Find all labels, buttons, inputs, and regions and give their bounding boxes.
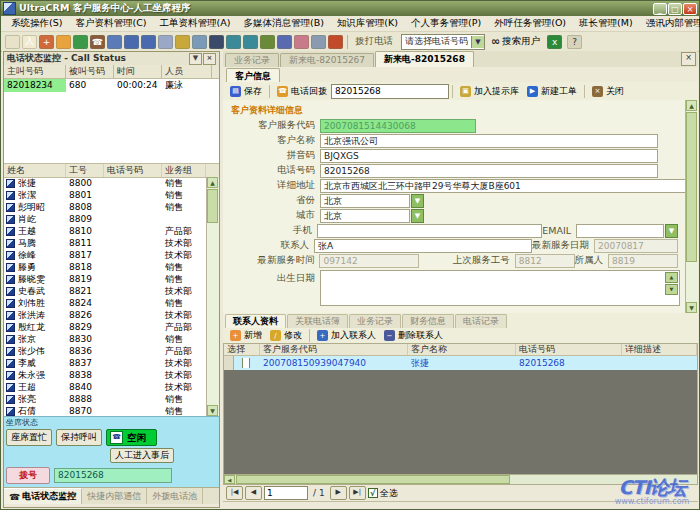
refresh-icon[interactable] (260, 35, 275, 49)
phone-dial-icon[interactable]: ☎ (90, 35, 105, 49)
close-button[interactable]: × (683, 3, 697, 15)
hscroll-thumb[interactable] (236, 475, 510, 484)
birthday-input[interactable]: ▲ ▼ (320, 270, 680, 306)
menu-item-2[interactable]: 工单资料管理(A) (154, 16, 237, 31)
staff-row[interactable]: 殷红龙8829产品部 (4, 321, 207, 333)
address-input[interactable]: 北京市西城区北三环中路甲29号华尊大厦B座601 (320, 179, 686, 193)
email-select[interactable] (576, 224, 664, 238)
detail-tab-1[interactable]: 关联电话簿 (287, 314, 348, 328)
panel-close-icon[interactable]: × (203, 53, 216, 65)
contacts-grid-row[interactable]: 200708150939047940 张捷 82015268 (223, 356, 698, 370)
edit-button[interactable]: / 修改 (266, 328, 306, 343)
email-dropdown-icon[interactable]: ▼ (665, 224, 678, 238)
left-tab-1[interactable]: 快捷内部通信 (82, 488, 147, 504)
detail-tab-3[interactable]: 财务信息 (402, 314, 454, 328)
staff-col-2[interactable]: 电话号码 (104, 164, 162, 177)
next-page-button[interactable]: ▶ (330, 486, 347, 500)
page-number-input[interactable] (264, 486, 308, 500)
mobile-input[interactable] (317, 224, 542, 238)
session-tab-1[interactable]: 新来电-82015267 (280, 53, 374, 67)
staff-col-3[interactable]: 业务组 (162, 164, 206, 177)
staff-row[interactable]: 李威8837技术部 (4, 357, 207, 369)
grid-col-1[interactable]: 客户服务代码 (260, 344, 408, 355)
call-col-3[interactable]: 人员 (162, 65, 212, 78)
select-all-checkbox[interactable]: √ (368, 488, 378, 498)
menu-item-4[interactable]: 知识库管理(K) (331, 16, 404, 31)
menu-item-7[interactable]: 班长管理(M) (573, 16, 639, 31)
spinner-up-icon[interactable]: ▲ (665, 272, 678, 283)
order-query-icon[interactable] (141, 35, 156, 49)
menu-item-5[interactable]: 个人事务管理(P) (405, 16, 487, 31)
detail-tab-0[interactable]: 联系人资料 (225, 314, 286, 328)
scroll-up-icon[interactable]: ▲ (207, 177, 218, 188)
set-busy-button[interactable]: 座席置忙 (6, 429, 52, 446)
customer-add-icon[interactable]: + (39, 35, 54, 49)
staff-row[interactable]: 张京8830销售 (4, 333, 207, 345)
exit-icon[interactable] (328, 35, 343, 49)
grid-col-2[interactable]: 客户名称 (408, 344, 516, 355)
idle-status-button[interactable]: ☎ 空闲 (106, 429, 157, 446)
staff-row[interactable]: 滕勇8818销售 (4, 261, 207, 273)
manual-afterwork-button[interactable]: 人工进入事后 (110, 448, 174, 463)
staff-row[interactable]: 史春武8821技术部 (4, 285, 207, 297)
left-tab-0[interactable]: ☎电话状态监控 (4, 488, 82, 504)
pin-icon[interactable]: ▼ (189, 53, 202, 65)
order-new-icon[interactable] (124, 35, 139, 49)
chevron-down-icon[interactable]: ▼ (471, 36, 484, 48)
form-scrollbar[interactable]: ▲ ▼ (685, 100, 698, 313)
order-list-icon[interactable] (158, 35, 173, 49)
scroll-down-icon[interactable]: ▼ (207, 405, 218, 416)
form-scroll-thumb[interactable] (686, 112, 697, 262)
phone-number-input[interactable]: 82015268 (320, 164, 658, 178)
agent-icon[interactable] (226, 35, 241, 49)
staff-row[interactable]: 马腾8811技术部 (4, 237, 207, 249)
staff-row[interactable]: 石倩8870销售 (4, 405, 207, 416)
staff-row[interactable]: 彭明昭8808销售 (4, 201, 207, 213)
staff-row[interactable]: 刘伟胜8824销售 (4, 297, 207, 309)
left-tab-2[interactable]: 外拨电话池 (147, 488, 203, 504)
card-icon[interactable] (294, 35, 309, 49)
staff-row[interactable]: 张潔8801销售 (4, 189, 207, 201)
staff-row[interactable]: 王越8810产品部 (4, 225, 207, 237)
form-scroll-up-icon[interactable]: ▲ (686, 100, 697, 111)
menu-item-0[interactable]: 系统操作(S) (5, 16, 68, 31)
save-button[interactable]: ▤ 保存 (226, 84, 266, 99)
pinyin-code-input[interactable]: BJQXGS (320, 149, 658, 163)
stats-icon[interactable] (311, 35, 326, 49)
call-col-1[interactable]: 被叫号码 (66, 65, 114, 78)
city-dropdown-icon[interactable]: ▼ (411, 209, 424, 223)
excel-export-icon[interactable]: x (547, 35, 562, 49)
prev-page-button[interactable]: ◀ (245, 486, 262, 500)
customer-link-icon[interactable] (73, 35, 88, 49)
call-col-2[interactable]: 时间 (114, 65, 162, 78)
grid-col-0[interactable]: 选择 (224, 344, 260, 355)
detail-tab-4[interactable]: 电话记录 (455, 314, 507, 328)
restore-button[interactable]: □ (668, 3, 682, 15)
scroll-thumb[interactable] (207, 189, 218, 223)
customer-edit-icon[interactable] (56, 35, 71, 49)
customer-name-input[interactable]: 北京强讯公司 (320, 134, 658, 148)
staff-row[interactable]: 张捷8800销售 (4, 177, 207, 189)
staff-row[interactable]: 张洪涛8826技术部 (4, 309, 207, 321)
minimize-button[interactable]: _ (653, 3, 667, 15)
menu-item-8[interactable]: 强讯内部管理(Q) (640, 16, 700, 31)
delete-contact-button[interactable]: − 删除联系人 (380, 328, 447, 343)
staff-row[interactable]: 张亮8888销售 (4, 393, 207, 405)
session-close-icon[interactable]: × (681, 52, 696, 66)
help-icon[interactable]: ? (567, 35, 582, 49)
add-button[interactable]: + 新增 (226, 328, 266, 343)
callback-button[interactable]: ☎ 电话回拨 (273, 84, 331, 99)
sms-icon[interactable] (192, 35, 207, 49)
teapot-icon[interactable] (209, 35, 224, 49)
hscroll-left-icon[interactable]: ◀ (224, 475, 235, 484)
grid-col-4[interactable]: 详细描述 (622, 344, 697, 355)
province-select[interactable]: 北京 (320, 194, 410, 208)
search-user-button[interactable]: ∞ 搜索用户 (488, 34, 543, 49)
menu-item-1[interactable]: 客户资料管理(C) (69, 16, 152, 31)
menu-item-3[interactable]: 多媒体消息管理(B) (237, 16, 329, 31)
print-icon[interactable] (277, 35, 292, 49)
new-work-order-button[interactable]: ▶ 新建工单 (523, 84, 581, 99)
session-tab-0[interactable]: 业务记录 (225, 53, 279, 67)
first-page-button[interactable]: |◀ (226, 486, 243, 500)
hold-call-button[interactable]: 保持呼叫 (56, 429, 102, 446)
